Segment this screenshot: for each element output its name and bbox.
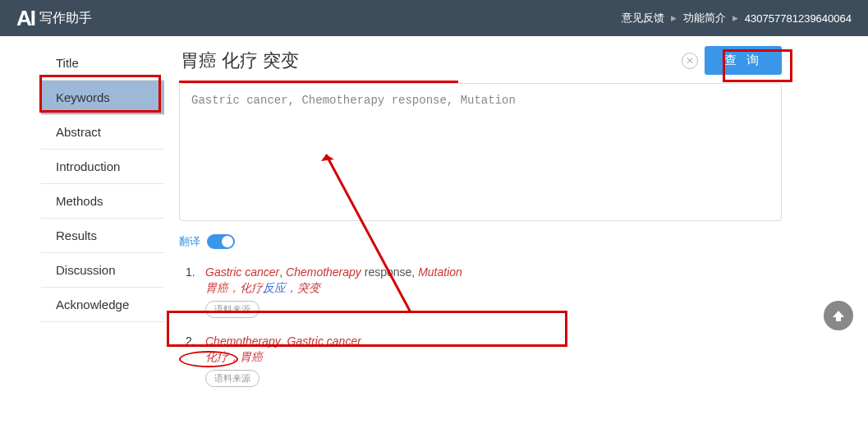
result-zh: 化疗，胃癌 <box>205 350 782 365</box>
content: ✕ 查 询 翻译 1. Gastric cancer, Chemotherapy… <box>164 46 805 404</box>
sidebar-item-abstract[interactable]: Abstract <box>41 115 164 150</box>
header-links: 意见反馈 ▶ 功能简介 ▶ 430757781239640064 <box>622 11 852 25</box>
result-en: Chemotherapy, Gastric cancer <box>205 334 782 348</box>
result-en-part: , <box>279 265 286 279</box>
results-list: 1. Gastric cancer, Chemotherapy response… <box>179 265 782 387</box>
header-link-userid[interactable]: 430757781239640064 <box>745 12 852 25</box>
sidebar-item-keywords[interactable]: Keywords <box>41 81 164 115</box>
result-zh-part: 突变 <box>297 281 320 294</box>
sidebar-item-introduction[interactable]: Introduction <box>41 150 164 184</box>
source-button[interactable]: 语料来源 <box>205 301 259 318</box>
sidebar-item-results[interactable]: Results <box>41 219 164 253</box>
main: Title Keywords Abstract Introduction Met… <box>0 36 868 404</box>
result-en-part: Mutation <box>418 265 462 279</box>
result-en-part: Gastric cancer <box>205 265 279 279</box>
translate-label: 翻译 <box>179 234 200 249</box>
result-zh-part: 胃癌，化疗 <box>205 281 263 294</box>
search-input[interactable] <box>179 47 675 75</box>
translate-toggle[interactable] <box>207 234 235 249</box>
sidebar: Title Keywords Abstract Introduction Met… <box>0 46 164 404</box>
clear-button[interactable]: ✕ <box>682 53 698 69</box>
sidebar-item-acknowledge[interactable]: Acknowledge <box>41 288 164 322</box>
result-zh: 胃癌，化疗反应，突变 <box>205 281 782 296</box>
triangle-icon: ▶ <box>733 14 738 22</box>
result-body: Chemotherapy, Gastric cancer 化疗，胃癌 语料来源 <box>205 334 782 387</box>
logo-text: 写作助手 <box>39 10 92 27</box>
result-zh-part: 化疗，胃癌 <box>205 350 263 363</box>
result-number: 2. <box>186 334 197 387</box>
result-en-part: Gastric cancer <box>287 334 361 348</box>
translate-row: 翻译 <box>179 234 782 249</box>
logo-icon: AI <box>16 6 34 31</box>
result-zh-part: 反应， <box>263 281 297 294</box>
result-en-part: response, <box>361 265 418 279</box>
logo: AI 写作助手 <box>16 6 92 31</box>
result-en-part: Chemotherapy <box>286 265 361 279</box>
result-en-part: Chemotherapy <box>205 334 281 348</box>
result-item: 2. Chemotherapy, Gastric cancer 化疗，胃癌 语料… <box>186 334 782 387</box>
result-en: Gastric cancer, Chemotherapy response, M… <box>205 265 782 279</box>
header-link-feedback[interactable]: 意见反馈 <box>622 11 664 25</box>
triangle-icon: ▶ <box>671 14 677 22</box>
scroll-top-button[interactable] <box>824 301 853 330</box>
result-en-part: , <box>281 334 287 348</box>
header: AI 写作助手 意见反馈 ▶ 功能简介 ▶ 430757781239640064 <box>0 0 868 36</box>
source-button[interactable]: 语料来源 <box>205 370 259 387</box>
sidebar-item-methods[interactable]: Methods <box>41 184 164 219</box>
toggle-knob <box>222 236 233 247</box>
sidebar-item-title[interactable]: Title <box>41 46 164 81</box>
result-body: Gastric cancer, Chemotherapy response, M… <box>205 265 782 318</box>
sidebar-item-discussion[interactable]: Discussion <box>41 253 164 288</box>
result-number: 1. <box>186 265 197 318</box>
header-link-features[interactable]: 功能简介 <box>683 11 726 25</box>
output-textarea[interactable] <box>179 83 782 221</box>
result-item: 1. Gastric cancer, Chemotherapy response… <box>186 265 782 318</box>
arrow-up-icon <box>830 307 847 324</box>
search-button[interactable]: 查 询 <box>705 46 782 75</box>
search-bar: ✕ 查 询 <box>179 46 782 75</box>
